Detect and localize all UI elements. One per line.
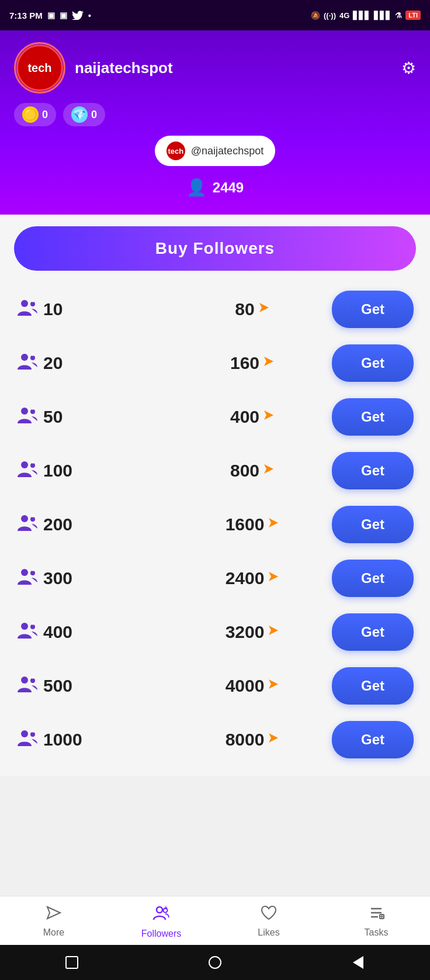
- nav-item-likes[interactable]: Likes: [215, 896, 322, 945]
- twitter-icon: [72, 9, 84, 22]
- coin-gold-icon: 🟡: [22, 106, 39, 123]
- package-row: + 1000 8000 Get: [14, 715, 416, 764]
- package-count: 400: [43, 622, 72, 642]
- get-button-3[interactable]: Get: [332, 452, 414, 489]
- package-follower-icon: +: [16, 566, 39, 591]
- cost-number: 80: [235, 299, 254, 319]
- cost-number: 3200: [226, 622, 265, 642]
- username-pill: tech @naijatechspot: [155, 136, 275, 166]
- chevron-icon: [257, 301, 271, 318]
- cost-number: 800: [230, 461, 259, 481]
- svg-point-16: [21, 515, 28, 522]
- avatar-ring: tech: [14, 42, 65, 94]
- package-row: + 300 2400 Get: [14, 554, 416, 603]
- username-display: naijatechspot: [75, 59, 173, 77]
- cost-number: 4000: [226, 676, 265, 696]
- battery-indicator: LTI: [405, 11, 421, 20]
- svg-text:+: +: [31, 566, 34, 573]
- package-follower-icon: +: [16, 620, 39, 645]
- chevron-icon: [266, 731, 280, 748]
- get-button-2[interactable]: Get: [332, 398, 414, 436]
- android-recent-button[interactable]: [57, 951, 86, 974]
- svg-marker-35: [269, 733, 278, 743]
- package-row: + 50 400 Get: [14, 392, 416, 441]
- svg-marker-31: [269, 679, 278, 689]
- get-button-4[interactable]: Get: [332, 506, 414, 543]
- coin-badge: 🟡 0: [14, 103, 56, 126]
- cost-number: 160: [230, 353, 259, 373]
- nav-item-tasks[interactable]: Tasks: [322, 896, 430, 945]
- svg-point-4: [21, 354, 28, 361]
- get-button-0[interactable]: Get: [332, 291, 414, 328]
- svg-point-0: [21, 300, 28, 307]
- package-count: 200: [43, 515, 72, 534]
- package-follower-icon: +: [16, 512, 39, 537]
- username-pill-container: tech @naijatechspot: [14, 126, 416, 175]
- status-bar-left: 7:13 PM ▣ ▣ •: [9, 9, 91, 22]
- android-back-button[interactable]: [344, 951, 373, 974]
- get-button-5[interactable]: Get: [332, 560, 414, 597]
- get-button-6[interactable]: Get: [332, 613, 414, 651]
- avatar-label: tech: [27, 61, 51, 75]
- avatar: tech: [16, 44, 63, 91]
- diamond-count: 0: [91, 109, 97, 121]
- package-count: 100: [43, 461, 72, 481]
- svg-marker-11: [264, 410, 273, 420]
- package-row: + 20 160 Get: [14, 339, 416, 388]
- svg-text:+: +: [31, 405, 34, 412]
- status-bar: 7:13 PM ▣ ▣ • 🔕 ((·)) 4G ▋▋▋ ▋▋▋ ⚗ LTI: [0, 0, 430, 30]
- svg-point-20: [21, 569, 28, 576]
- app-icon-1: ▣: [47, 11, 55, 20]
- nav-label-followers: Followers: [141, 929, 181, 939]
- package-cost: 400: [174, 407, 332, 427]
- package-cost: 3200: [174, 622, 332, 642]
- bottom-nav: More + Followers Likes: [0, 896, 430, 945]
- get-button-1[interactable]: Get: [332, 344, 414, 382]
- chevron-icon: [262, 408, 276, 426]
- nav-label-tasks: Tasks: [365, 927, 389, 938]
- package-left: + 20: [16, 351, 174, 376]
- svg-text:+: +: [31, 512, 34, 519]
- package-list: + 10 80 Get +: [14, 285, 416, 764]
- signal-bars: ▋▋▋: [353, 11, 370, 20]
- nav-label-likes: Likes: [258, 927, 279, 938]
- coins-row: 🟡 0 💎 0: [14, 103, 416, 126]
- nav-item-followers[interactable]: + Followers: [108, 896, 215, 945]
- chevron-icon: [266, 677, 280, 695]
- svg-point-12: [21, 461, 28, 468]
- package-left: + 400: [16, 620, 174, 645]
- android-home-button[interactable]: [200, 951, 230, 974]
- wifi-icon: ((·)): [324, 11, 336, 20]
- package-cost: 4000: [174, 676, 332, 696]
- svg-point-8: [21, 408, 28, 415]
- svg-point-24: [21, 623, 28, 630]
- cost-number: 8000: [226, 730, 265, 750]
- handle-text: @naijatechspot: [191, 145, 263, 157]
- chevron-icon: [266, 570, 280, 587]
- tasks-icon: [367, 905, 385, 925]
- nav-label-more: More: [43, 927, 64, 938]
- package-cost: 2400: [174, 568, 332, 588]
- package-left: + 100: [16, 458, 174, 484]
- chevron-icon: [266, 623, 280, 641]
- svg-marker-19: [269, 518, 278, 527]
- package-count: 300: [43, 568, 72, 588]
- signal-icon: 4G: [339, 11, 349, 20]
- followers-icon: +: [152, 905, 170, 926]
- svg-text:+: +: [31, 674, 34, 681]
- nav-item-more[interactable]: More: [0, 896, 108, 945]
- svg-marker-27: [269, 626, 278, 635]
- signal-bars-2: ▋▋▋: [374, 11, 391, 20]
- follower-count: 2449: [213, 180, 244, 196]
- get-button-8[interactable]: Get: [332, 721, 414, 758]
- app-icon-2: ▣: [60, 11, 67, 20]
- package-left: + 200: [16, 512, 174, 537]
- settings-button[interactable]: ⚙: [401, 58, 416, 78]
- package-left: + 500: [16, 674, 174, 699]
- svg-marker-23: [269, 572, 278, 581]
- get-button-7[interactable]: Get: [332, 667, 414, 705]
- profile-left: tech naijatechspot: [14, 42, 173, 94]
- buy-followers-button[interactable]: Buy Followers: [14, 226, 416, 271]
- follower-icon: 👤: [186, 178, 207, 197]
- svg-text:+: +: [164, 905, 168, 911]
